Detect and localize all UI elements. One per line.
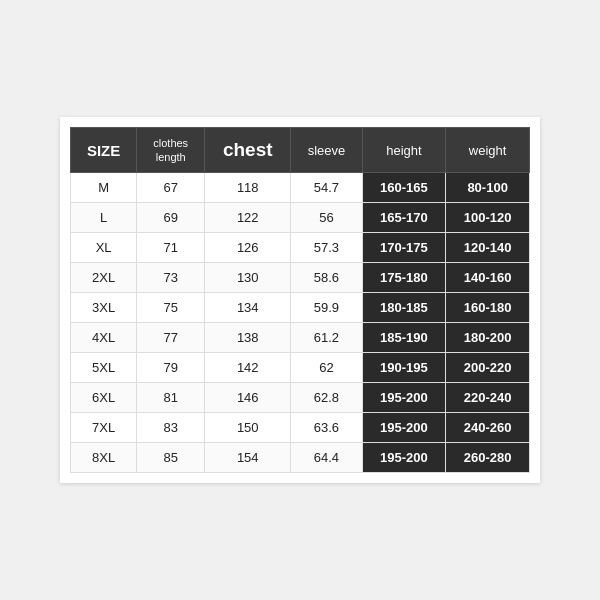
header-chest: chest <box>205 127 291 173</box>
cell-weight: 200-220 <box>446 353 530 383</box>
cell-clothes_length: 81 <box>137 383 205 413</box>
cell-sleeve: 62.8 <box>291 383 362 413</box>
cell-chest: 122 <box>205 203 291 233</box>
cell-clothes_length: 75 <box>137 293 205 323</box>
table-row: 4XL7713861.2185-190180-200 <box>71 323 530 353</box>
cell-clothes_length: 69 <box>137 203 205 233</box>
cell-weight: 260-280 <box>446 443 530 473</box>
table-row: 3XL7513459.9180-185160-180 <box>71 293 530 323</box>
cell-size: 6XL <box>71 383 137 413</box>
cell-height: 175-180 <box>362 263 446 293</box>
header-sleeve: sleeve <box>291 127 362 173</box>
cell-weight: 180-200 <box>446 323 530 353</box>
table-row: 8XL8515464.4195-200260-280 <box>71 443 530 473</box>
cell-height: 165-170 <box>362 203 446 233</box>
cell-sleeve: 57.3 <box>291 233 362 263</box>
cell-clothes_length: 77 <box>137 323 205 353</box>
table-row: M6711854.7160-16580-100 <box>71 173 530 203</box>
cell-size: 4XL <box>71 323 137 353</box>
header-clothes-length: clothes length <box>137 127 205 173</box>
cell-sleeve: 58.6 <box>291 263 362 293</box>
size-table: SIZE clothes length chest sleeve height … <box>70 127 530 474</box>
cell-sleeve: 63.6 <box>291 413 362 443</box>
cell-sleeve: 61.2 <box>291 323 362 353</box>
cell-size: 7XL <box>71 413 137 443</box>
cell-height: 195-200 <box>362 383 446 413</box>
cell-weight: 140-160 <box>446 263 530 293</box>
table-row: XL7112657.3170-175120-140 <box>71 233 530 263</box>
header-height: height <box>362 127 446 173</box>
cell-size: 3XL <box>71 293 137 323</box>
table-header-row: SIZE clothes length chest sleeve height … <box>71 127 530 173</box>
cell-size: 8XL <box>71 443 137 473</box>
cell-height: 195-200 <box>362 443 446 473</box>
cell-height: 185-190 <box>362 323 446 353</box>
table-row: 5XL7914262190-195200-220 <box>71 353 530 383</box>
table-row: 6XL8114662.8195-200220-240 <box>71 383 530 413</box>
cell-chest: 142 <box>205 353 291 383</box>
cell-clothes_length: 73 <box>137 263 205 293</box>
cell-height: 190-195 <box>362 353 446 383</box>
table-row: L6912256165-170100-120 <box>71 203 530 233</box>
cell-weight: 100-120 <box>446 203 530 233</box>
cell-size: XL <box>71 233 137 263</box>
cell-chest: 118 <box>205 173 291 203</box>
header-size: SIZE <box>71 127 137 173</box>
cell-chest: 126 <box>205 233 291 263</box>
cell-sleeve: 54.7 <box>291 173 362 203</box>
cell-chest: 130 <box>205 263 291 293</box>
cell-sleeve: 56 <box>291 203 362 233</box>
cell-height: 170-175 <box>362 233 446 263</box>
cell-weight: 240-260 <box>446 413 530 443</box>
cell-size: 2XL <box>71 263 137 293</box>
cell-clothes_length: 85 <box>137 443 205 473</box>
header-weight: weight <box>446 127 530 173</box>
table-row: 7XL8315063.6195-200240-260 <box>71 413 530 443</box>
cell-chest: 146 <box>205 383 291 413</box>
cell-size: M <box>71 173 137 203</box>
cell-weight: 120-140 <box>446 233 530 263</box>
table-body: M6711854.7160-16580-100L6912256165-17010… <box>71 173 530 473</box>
cell-chest: 138 <box>205 323 291 353</box>
cell-weight: 220-240 <box>446 383 530 413</box>
cell-clothes_length: 67 <box>137 173 205 203</box>
cell-size: 5XL <box>71 353 137 383</box>
cell-chest: 134 <box>205 293 291 323</box>
cell-chest: 150 <box>205 413 291 443</box>
cell-sleeve: 62 <box>291 353 362 383</box>
cell-sleeve: 64.4 <box>291 443 362 473</box>
cell-clothes_length: 71 <box>137 233 205 263</box>
cell-height: 195-200 <box>362 413 446 443</box>
cell-clothes_length: 83 <box>137 413 205 443</box>
size-chart-container: SIZE clothes length chest sleeve height … <box>60 117 540 484</box>
cell-chest: 154 <box>205 443 291 473</box>
cell-height: 160-165 <box>362 173 446 203</box>
cell-weight: 80-100 <box>446 173 530 203</box>
table-row: 2XL7313058.6175-180140-160 <box>71 263 530 293</box>
cell-size: L <box>71 203 137 233</box>
cell-height: 180-185 <box>362 293 446 323</box>
cell-weight: 160-180 <box>446 293 530 323</box>
cell-clothes_length: 79 <box>137 353 205 383</box>
cell-sleeve: 59.9 <box>291 293 362 323</box>
